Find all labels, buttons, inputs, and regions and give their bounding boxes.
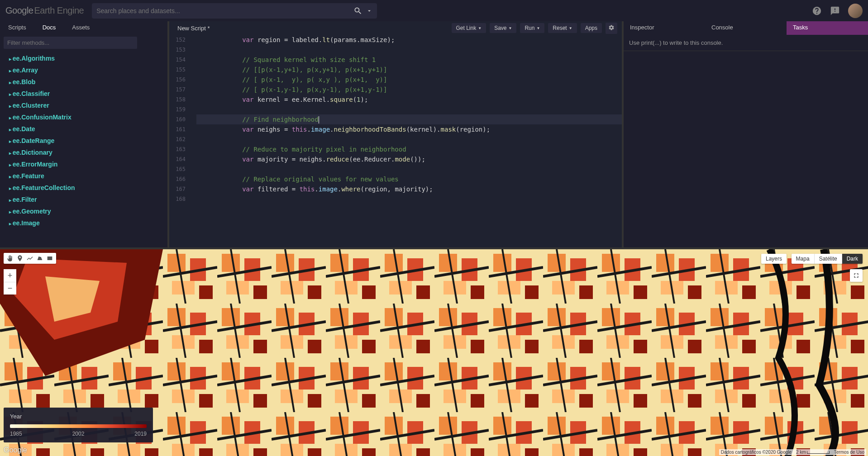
docs-item[interactable]: ee.Feature (0, 170, 167, 182)
docs-item[interactable]: ee.Clusterer (0, 100, 167, 111)
docs-item[interactable]: ee.Image (0, 217, 167, 229)
fullscreen-icon (853, 272, 860, 279)
search-icon[interactable] (353, 6, 362, 15)
right-tabs: Inspector Console Tasks (624, 21, 868, 35)
line-icon[interactable] (26, 255, 33, 262)
avatar[interactable] (848, 4, 863, 18)
settings-button[interactable] (606, 23, 617, 34)
docs-item[interactable]: ee.ConfusionMatrix (0, 111, 167, 123)
legend-min: 1985 (10, 431, 22, 437)
attribution-data: Dados cartográficos ©2020 Google (721, 450, 792, 455)
logo-google: Google (5, 5, 33, 16)
gear-icon (608, 24, 615, 31)
tab-scripts[interactable]: Scripts (0, 21, 34, 35)
fullscreen-button[interactable] (850, 269, 863, 282)
upper-pane: Scripts Docs Assets ee.Algorithmsee.Arra… (0, 21, 868, 247)
line-gutter: 1521531541551561571581591601611621631641… (169, 35, 190, 247)
docs-item[interactable]: ee.Algorithms (0, 52, 167, 64)
polygon-icon[interactable] (36, 255, 43, 262)
logo-earth-engine: Earth Engine (34, 5, 84, 16)
get-link-button[interactable]: Get Link▼ (452, 23, 486, 33)
tab-inspector[interactable]: Inspector (624, 21, 705, 35)
map-attribution: Dados cartográficos ©2020 Google 2 km Te… (719, 449, 866, 455)
map-type-switch: Mapa Satélite Dark (792, 254, 863, 264)
tab-console[interactable]: Console (705, 21, 787, 35)
tab-assets[interactable]: Assets (64, 21, 98, 35)
tab-tasks[interactable]: Tasks (787, 21, 868, 35)
console-hint: Use print(...) to write to this console. (624, 35, 868, 51)
header-icons (812, 4, 863, 18)
filter-input[interactable] (4, 37, 137, 49)
map-draw-toolbar (4, 253, 56, 264)
docs-item[interactable]: ee.Array (0, 64, 167, 76)
apps-button[interactable]: Apps (581, 23, 602, 33)
save-button[interactable]: Save▼ (490, 23, 516, 33)
docs-item[interactable]: ee.Filter (0, 194, 167, 205)
docs-item[interactable]: ee.ErrorMargin (0, 158, 167, 170)
right-panel: Inspector Console Tasks Use print(...) t… (624, 21, 868, 247)
map-zoom: + − (4, 269, 16, 294)
code-area[interactable]: var region = labeled.lt(params.maxSize);… (190, 35, 622, 247)
map[interactable]: + − Layers Mapa Satélite Dark Year 1985 … (0, 249, 868, 456)
dropdown-icon[interactable] (366, 8, 372, 14)
script-title: New Script * (174, 25, 448, 32)
legend-gradient (10, 424, 147, 428)
docs-list[interactable]: ee.Algorithmsee.Arrayee.Blobee.Classifie… (0, 51, 167, 247)
docs-item[interactable]: ee.Classifier (0, 88, 167, 100)
feedback-icon[interactable] (830, 6, 840, 16)
editor-toolbar: New Script * Get Link▼ Save▼ Run▼ Reset▼… (169, 21, 622, 35)
docs-item[interactable]: ee.Date (0, 123, 167, 135)
scalebar-icon (807, 451, 830, 454)
docs-item[interactable]: ee.DateRange (0, 135, 167, 147)
layers-button[interactable]: Layers (761, 254, 787, 264)
logo[interactable]: Google Earth Engine (5, 5, 84, 16)
rectangle-icon[interactable] (46, 255, 53, 262)
map-type-mapa[interactable]: Mapa (792, 254, 814, 264)
map-type-satelite[interactable]: Satélite (814, 254, 842, 264)
legend-labels: 1985 2002 2019 (10, 431, 147, 437)
run-button[interactable]: Run▼ (520, 23, 544, 33)
map-type-dark[interactable]: Dark (842, 254, 863, 264)
legend-max: 2019 (134, 431, 147, 437)
attribution-terms[interactable]: Termos de Uso (834, 450, 864, 455)
zoom-out-button[interactable]: − (4, 282, 16, 294)
help-icon[interactable] (812, 6, 822, 16)
code-editor[interactable]: 1521531541551561571581591601611621631641… (169, 35, 622, 247)
attribution-scale: 2 km (796, 450, 830, 455)
zoom-in-button[interactable]: + (4, 269, 16, 282)
reset-button[interactable]: Reset▼ (548, 23, 577, 33)
docs-item[interactable]: ee.Dictionary (0, 147, 167, 158)
svg-rect-9 (48, 256, 52, 260)
app-header: Google Earth Engine (0, 0, 868, 21)
docs-item[interactable]: ee.Blob (0, 76, 167, 88)
filter-box (4, 37, 137, 49)
search-input[interactable] (96, 7, 350, 14)
left-tabs: Scripts Docs Assets (0, 21, 167, 35)
left-panel: Scripts Docs Assets ee.Algorithmsee.Arra… (0, 21, 167, 247)
legend: Year 1985 2002 2019 (4, 408, 153, 442)
center-panel: New Script * Get Link▼ Save▼ Run▼ Reset▼… (169, 21, 622, 247)
legend-title: Year (10, 413, 147, 420)
legend-mid: 2002 (72, 431, 85, 437)
hand-icon[interactable] (6, 255, 14, 262)
main: Scripts Docs Assets ee.Algorithmsee.Arra… (0, 21, 868, 456)
google-watermark: Google (4, 446, 27, 454)
search-box[interactable] (92, 3, 377, 19)
docs-item[interactable]: ee.FeatureCollection (0, 182, 167, 194)
docs-item[interactable]: ee.Geometry (0, 205, 167, 217)
marker-icon[interactable] (16, 255, 24, 262)
tab-docs[interactable]: Docs (34, 21, 64, 35)
